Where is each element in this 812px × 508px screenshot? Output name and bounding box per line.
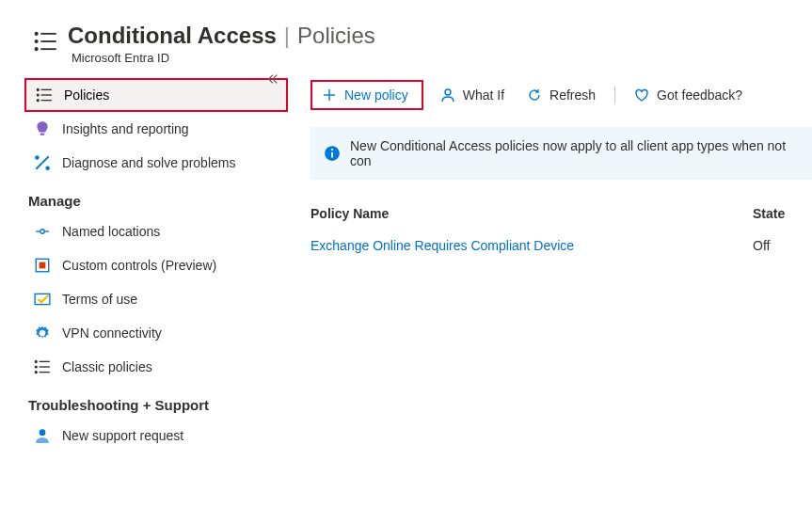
svg-point-4 bbox=[36, 48, 38, 50]
header-page: Policies bbox=[297, 23, 375, 49]
new-policy-button[interactable]: New policy bbox=[310, 80, 423, 110]
controls-icon bbox=[34, 257, 51, 274]
svg-rect-17 bbox=[40, 262, 46, 269]
column-header-name[interactable]: Policy Name bbox=[310, 206, 753, 221]
sidebar-item-label: Policies bbox=[64, 87, 109, 103]
list-icon bbox=[34, 358, 51, 375]
sidebar-item-terms-of-use[interactable]: Terms of use bbox=[24, 282, 288, 316]
svg-point-24 bbox=[35, 372, 37, 373]
svg-point-2 bbox=[36, 40, 38, 42]
collapse-sidebar-button[interactable] bbox=[265, 72, 279, 86]
svg-rect-31 bbox=[331, 152, 333, 158]
column-header-state[interactable]: State bbox=[753, 206, 812, 221]
svg-point-19 bbox=[40, 331, 45, 336]
sidebar-item-label: New support request bbox=[62, 428, 183, 443]
feedback-button[interactable]: Got feedback? bbox=[623, 80, 754, 110]
checkmark-icon bbox=[34, 291, 51, 308]
refresh-icon bbox=[527, 87, 542, 103]
support-person-icon bbox=[34, 427, 51, 444]
info-banner: New Conditional Access policies now appl… bbox=[310, 127, 812, 180]
refresh-button[interactable]: Refresh bbox=[516, 80, 607, 110]
svg-point-20 bbox=[35, 360, 37, 362]
sidebar-section-manage: Manage bbox=[24, 180, 288, 214]
header-separator: | bbox=[284, 23, 290, 49]
toolbar-label: What If bbox=[463, 87, 504, 103]
toolbar-label: Got feedback? bbox=[657, 87, 742, 103]
svg-point-0 bbox=[36, 33, 38, 35]
what-if-button[interactable]: What If bbox=[429, 80, 516, 110]
svg-point-15 bbox=[40, 230, 45, 234]
heart-icon bbox=[634, 87, 649, 103]
sidebar-item-named-locations[interactable]: Named locations bbox=[24, 214, 288, 248]
svg-point-14 bbox=[45, 166, 50, 170]
svg-point-10 bbox=[37, 100, 39, 102]
svg-point-32 bbox=[331, 149, 333, 151]
conditional-access-icon bbox=[32, 28, 58, 55]
sidebar-item-insights[interactable]: Insights and reporting bbox=[24, 112, 288, 146]
sidebar-item-classic-policies[interactable]: Classic policies bbox=[24, 350, 288, 384]
svg-point-13 bbox=[35, 155, 40, 160]
sidebar-item-vpn[interactable]: VPN connectivity bbox=[24, 316, 288, 350]
info-banner-text: New Conditional Access policies now appl… bbox=[350, 138, 799, 168]
sidebar-section-support: Troubleshooting + Support bbox=[24, 384, 288, 419]
tools-icon bbox=[34, 154, 51, 171]
sidebar-item-label: Custom controls (Preview) bbox=[62, 258, 216, 273]
toolbar-label: Refresh bbox=[549, 87, 596, 103]
toolbar-label: New policy bbox=[344, 87, 408, 103]
policy-name-link[interactable]: Exchange Online Requires Compliant Devic… bbox=[310, 238, 753, 253]
sidebar-item-label: Classic policies bbox=[62, 359, 152, 374]
policy-state: Off bbox=[753, 238, 812, 253]
sidebar-item-label: Terms of use bbox=[62, 292, 137, 307]
svg-point-8 bbox=[37, 94, 39, 96]
sidebar-item-custom-controls[interactable]: Custom controls (Preview) bbox=[24, 248, 288, 282]
sidebar-item-diagnose[interactable]: Diagnose and solve problems bbox=[24, 146, 288, 180]
svg-rect-12 bbox=[40, 134, 45, 135]
sidebar-item-label: Named locations bbox=[62, 224, 160, 239]
lightbulb-icon bbox=[34, 120, 51, 137]
svg-point-6 bbox=[37, 88, 39, 90]
svg-point-29 bbox=[445, 89, 451, 95]
page-header: Conditional Access | Policies Microsoft … bbox=[0, 0, 812, 71]
location-icon bbox=[34, 223, 51, 240]
header-title: Conditional Access bbox=[68, 23, 277, 49]
sidebar: Policies Insights and reporting Diagnose… bbox=[0, 71, 288, 452]
list-icon bbox=[36, 87, 53, 103]
gear-icon bbox=[34, 325, 51, 341]
info-icon bbox=[324, 145, 341, 162]
table-header: Policy Name State bbox=[310, 200, 812, 227]
header-subtitle: Microsoft Entra ID bbox=[72, 51, 375, 65]
svg-point-22 bbox=[35, 366, 37, 368]
sidebar-item-label: Diagnose and solve problems bbox=[62, 155, 235, 170]
plus-icon bbox=[322, 87, 337, 103]
sidebar-item-label: VPN connectivity bbox=[62, 325, 162, 341]
sidebar-item-policies[interactable]: Policies bbox=[24, 78, 288, 112]
sidebar-item-label: Insights and reporting bbox=[62, 121, 189, 136]
toolbar-divider bbox=[614, 87, 615, 103]
main-content: New policy What If Refresh Got feedback? bbox=[288, 71, 812, 452]
sidebar-item-support-request[interactable]: New support request bbox=[24, 419, 288, 452]
toolbar: New policy What If Refresh Got feedback? bbox=[310, 78, 812, 112]
person-icon bbox=[440, 87, 455, 103]
svg-point-26 bbox=[40, 429, 46, 436]
policies-table: Policy Name State Exchange Online Requir… bbox=[310, 200, 812, 264]
table-row[interactable]: Exchange Online Requires Compliant Devic… bbox=[310, 227, 812, 264]
